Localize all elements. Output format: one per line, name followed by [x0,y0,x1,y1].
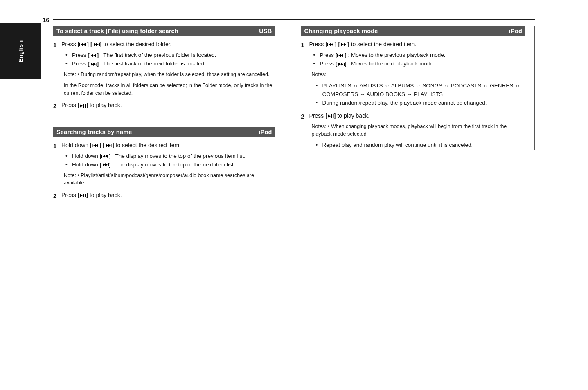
section-tag: iPod [259,129,272,135]
svg-rect-44 [333,114,333,118]
play-pause-label: [] [78,192,88,198]
notes-text: During random/repeat play, the playback … [322,99,487,108]
bullet-dot: • [65,161,70,169]
skip-prev-label: [] [336,52,347,58]
step-text: Hold down [] [] to select the desired it… [61,141,275,150]
bullet-dot: • [65,152,70,161]
bullet-item: • Hold down [] : The display moves to th… [65,161,275,169]
svg-rect-29 [85,194,86,197]
bullet-item: • Press [] : Moves to the previous playb… [313,51,526,60]
notes-text: Repeat play and random play will continu… [322,141,473,150]
notes-bullet: • PLAYLISTS ↔ ARTISTS ↔ ALBUMS ↔ SONGS ↔… [316,82,526,99]
section-heading: Changing playback mode iPod [301,26,526,36]
step-number: 1 [301,40,307,49]
step-2: 2 Press [] to play back. [53,101,275,110]
svg-marker-33 [341,43,344,46]
svg-marker-31 [331,43,333,46]
svg-rect-11 [96,63,97,66]
content-columns: To select a track (File) using folder se… [53,26,535,321]
bullet-item: • Press [] : The first track of the next… [65,60,275,68]
side-language-tab: English [0,23,41,79]
step-text: Press [] [] to select the desired folder… [61,40,275,49]
svg-rect-43 [331,114,332,118]
top-horizontal-rule [53,19,535,20]
section-folder-search: To select a track (File) using folder se… [53,26,275,111]
side-tab-label: English [18,40,24,62]
bullet-dot: • [316,82,320,90]
svg-rect-28 [83,194,84,197]
svg-rect-21 [101,155,102,158]
section-heading: To select a track (File) using folder se… [53,26,275,36]
svg-rect-15 [92,144,93,147]
svg-marker-3 [94,43,96,46]
svg-marker-18 [106,144,108,147]
bullet-dot: • [316,99,320,108]
step-2: 2 Press [] to play back. Notes: • When c… [301,112,526,150]
svg-marker-1 [83,43,86,46]
svg-rect-26 [108,163,109,166]
svg-marker-16 [96,144,98,147]
step-number: 2 [301,112,307,121]
step-number: 2 [53,101,59,110]
svg-rect-36 [337,54,338,57]
svg-marker-24 [103,163,105,166]
step-number: 2 [53,191,59,200]
notes-text: PLAYLISTS ↔ ARTISTS ↔ ALBUMS ↔ SONGS ↔ P… [322,82,526,99]
svg-rect-13 [83,104,84,108]
section-title: Changing playback mode [304,28,378,34]
note-text: Note: • Playlist/artist/album/podcast/ge… [64,172,275,187]
notes-bullet: • Repeat play and random play will conti… [316,141,526,150]
bullet-item: • Hold down [] : The display moves to th… [65,152,275,161]
step-number: 1 [53,40,59,49]
section-heading: Searching tracks by name iPod [53,127,275,137]
bullet-item: • Press [] : The first track of the prev… [65,51,275,60]
svg-rect-41 [344,63,345,66]
svg-marker-38 [338,54,341,57]
section-search-by-name: Searching tracks by name iPod 1 Hold dow… [53,127,275,201]
page-number: 16 [43,16,50,23]
note-text: Notes: • When changing playback modes, p… [312,123,526,138]
bullet-item: • Press [] : Moves to the next playback … [313,60,526,68]
bullet-dot: • [313,60,318,68]
svg-marker-4 [96,43,99,46]
skip-prev-next-label: [] [] [90,142,114,148]
hint-text: In the Root mode, tracks in all folders … [64,82,275,97]
svg-marker-42 [328,114,331,118]
skip-prev-next-label: [] [] [325,41,349,47]
section-title: Searching tracks by name [56,129,132,135]
svg-marker-2 [81,43,83,46]
svg-marker-22 [105,155,108,158]
step-1: 1 Press [] [] to select the desired fold… [53,40,275,97]
section-change-playback-mode: Changing playback mode iPod 1 Press [] [… [301,26,535,150]
svg-marker-25 [105,163,108,166]
svg-marker-10 [93,63,96,66]
play-pause-label: [] [78,102,88,108]
bullet-dot: • [313,51,318,60]
note-text: Note: • During random/repeat play, when … [64,71,275,78]
svg-marker-12 [80,104,83,108]
svg-rect-30 [327,43,328,46]
svg-marker-19 [108,144,111,147]
skip-prev-label: [] [100,153,111,159]
skip-next-label: [] [100,161,111,168]
svg-rect-35 [347,43,348,46]
step-text: Press [] to play back. [309,112,526,121]
svg-marker-17 [93,144,96,147]
bullet-dot: • [65,51,70,60]
step-2: 2 Press [] to play back. [53,191,275,200]
svg-rect-20 [111,144,112,147]
skip-prev-next-label: [] [] [78,41,102,47]
skip-next-label: [] [336,61,347,67]
svg-marker-37 [341,54,343,57]
svg-marker-23 [103,155,105,158]
svg-marker-8 [91,54,93,57]
section-title: To select a track (File) using folder se… [56,28,178,34]
step-text: Press [] [] to select the desired item. [309,40,526,49]
section-tag: USB [259,28,272,34]
step-1: 1 Hold down [] [] to select the desired … [53,141,275,187]
svg-marker-39 [338,63,341,66]
svg-marker-7 [93,54,96,57]
play-pause-label: [] [325,112,336,119]
bullet-dot: • [316,141,320,150]
svg-marker-34 [344,43,346,46]
